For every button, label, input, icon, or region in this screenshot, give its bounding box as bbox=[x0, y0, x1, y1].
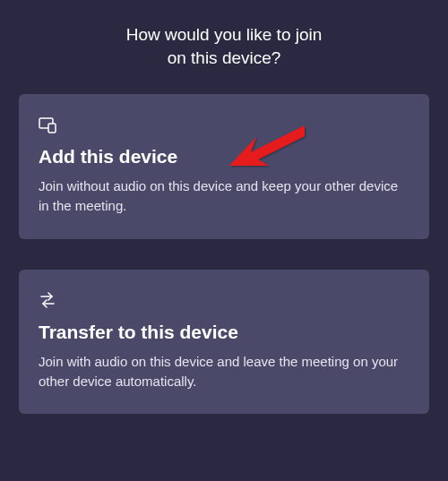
transfer-to-device-option[interactable]: Transfer to this device Join with audio … bbox=[19, 270, 429, 415]
transfer-icon bbox=[39, 291, 409, 313]
add-device-icon bbox=[39, 116, 409, 137]
join-device-prompt: How would you like to joinon this device… bbox=[0, 0, 448, 414]
transfer-description: Join with audio on this device and leave… bbox=[39, 352, 409, 391]
add-device-description: Join without audio on this device and ke… bbox=[39, 176, 409, 216]
add-device-title: Add this device bbox=[39, 146, 409, 167]
add-this-device-option[interactable]: Add this device Join without audio on th… bbox=[19, 94, 429, 239]
transfer-title: Transfer to this device bbox=[39, 322, 409, 343]
svg-rect-1 bbox=[48, 124, 56, 133]
prompt-heading: How would you like to joinon this device… bbox=[19, 23, 429, 69]
